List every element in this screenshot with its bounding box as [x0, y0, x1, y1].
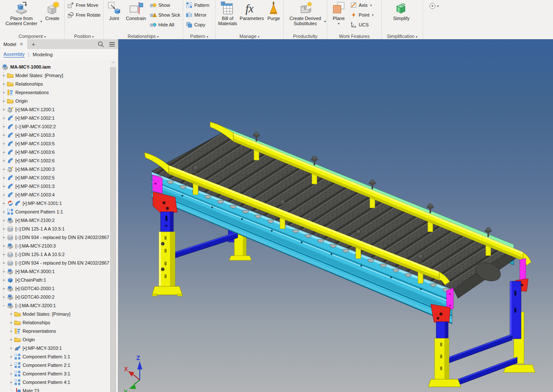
tree-row[interactable]: +[○]:MP-MCY-1002:2	[0, 122, 111, 131]
expand-icon[interactable]: +	[1, 133, 7, 138]
scrollbar-thumb[interactable]	[110, 67, 116, 392]
tree-row[interactable]: +[•]:MP-MCY-1003:4	[0, 190, 111, 199]
tree-item-label[interactable]: [•]:MA-MCY-1200:3	[15, 167, 55, 172]
group-label-manage[interactable]: Manage▾	[216, 34, 283, 39]
tab-model[interactable]: Model ✕	[0, 39, 27, 49]
tree-item-label[interactable]: Component Pattern 4:1	[23, 380, 70, 385]
tree-row[interactable]: +[•]:MP-MCY-3203:1	[0, 344, 118, 352]
expand-icon[interactable]: +	[1, 81, 7, 86]
tree-scrollbar[interactable]: ⌃	[110, 60, 116, 392]
expand-icon[interactable]: +	[1, 115, 7, 121]
tree-item-label[interactable]: Representations	[15, 90, 49, 95]
tree-row[interactable]: −[○]:MA-MCY-3200:1	[0, 301, 111, 310]
expand-icon[interactable]: +	[1, 98, 7, 104]
expand-icon[interactable]: +	[1, 175, 7, 180]
tree-row[interactable]: +[•]:MP-MCY-1002:1	[0, 114, 111, 122]
tree-row[interactable]: MA-MCY-1000.iam	[0, 63, 112, 71]
simplify-button[interactable]: Simplify	[389, 1, 413, 21]
group-label-simplification[interactable]: Simplification▾	[382, 34, 423, 39]
tab-assembly[interactable]: Assembly	[3, 52, 25, 58]
parameters-button[interactable]: fx Parameters	[240, 1, 264, 21]
tree-row[interactable]: +Representations	[0, 88, 111, 97]
tree-item-label[interactable]: Component Pattern 2:1	[23, 363, 70, 368]
viewport-3d[interactable]: Z X Y	[118, 39, 553, 392]
tree-row[interactable]: +[○]:MA-MCY-2100:3	[0, 242, 111, 250]
tree-row[interactable]: +[•]:ChainPath:1	[0, 276, 111, 284]
tree-row[interactable]: +Origin	[0, 97, 111, 105]
rear-right-leg[interactable]	[504, 258, 535, 372]
tree-item-label[interactable]: [•]:MA-MCY-1200:1	[15, 107, 55, 112]
tree-item-label[interactable]: Model States: [Primary]	[23, 311, 70, 317]
expand-icon[interactable]: +	[1, 124, 7, 129]
tree-item-label[interactable]: [•]:GDTC40-2000:2	[15, 294, 55, 300]
create-derived-substitutes-button[interactable]: Create Derived Substitutes ▾	[286, 1, 324, 26]
tree-row[interactable]: +[•]:MP-MCY-1003:5	[0, 139, 111, 148]
expand-icon[interactable]: +	[1, 252, 7, 257]
tree-item-label[interactable]: [○]:DIN 934 - replaced by DIN EN 24032/2…	[15, 235, 109, 240]
expand-icon[interactable]: +	[1, 141, 7, 146]
tree-row[interactable]: +[•]:MP-MCY-1002:6	[0, 156, 111, 165]
tree-item-label[interactable]: [○]:MA-MCY-2100:3	[15, 243, 56, 248]
tree-item-label[interactable]: [•]:MP-MCY-3203:1	[23, 346, 62, 351]
tree-item-label[interactable]: [•]:MP-MCY-1002:1	[15, 115, 55, 121]
tree-item-label[interactable]: Component Pattern 1:1	[15, 209, 63, 214]
expand-icon[interactable]: +	[1, 286, 7, 291]
tree-row[interactable]: +Representations	[0, 327, 118, 335]
tree-item-label[interactable]: [○]:MA-MCY-3200:1	[15, 303, 56, 308]
tree-row[interactable]: +Component Pattern 2:1	[0, 361, 118, 369]
tree-row[interactable]: +[○]:DIN 934 - replaced by DIN EN 24032/…	[0, 259, 111, 267]
tree-item-label[interactable]: [○]:DIN 125-1 A A 10.5:2	[15, 252, 65, 257]
tree-item-label[interactable]: [•]:MA-MCY-3000:1	[15, 269, 55, 274]
free-rotate-button[interactable]: Free Rotate	[67, 12, 101, 18]
tree-row[interactable]: +Component Pattern 1:1	[0, 208, 111, 216]
tree-item-label[interactable]: [•]:MP-MCY-1003:6	[15, 150, 55, 155]
tree-item-label[interactable]: Representations	[23, 329, 56, 334]
tree-row[interactable]: +[•]:MP-MCY-1003:6	[0, 148, 111, 156]
tree-row[interactable]: +Component Pattern 1:1	[0, 352, 118, 361]
tree-item-label[interactable]: [•]:MP-MCY-1001:1	[23, 201, 62, 206]
tree-row[interactable]: +[•]:MA-MCY-1200:1	[0, 105, 111, 114]
group-label-component[interactable]: Component▾	[0, 34, 64, 39]
collapse-icon[interactable]: −	[1, 303, 7, 308]
group-label-position[interactable]: Position▾	[65, 34, 103, 39]
show-sick-button[interactable]: Show Sick	[150, 12, 180, 18]
tree-row[interactable]: +Model States: [Primary]	[0, 310, 118, 318]
tree-item-label[interactable]: [•]:MP-MCY-1003:3	[15, 133, 55, 138]
tree-row[interactable]: +[•]:MP-MCY-1001:3	[0, 182, 111, 190]
place-from-content-center-button[interactable]: Place from Content Center ▾	[3, 1, 40, 26]
expand-icon[interactable]: +	[1, 294, 7, 300]
pattern-button[interactable]: Pattern	[186, 2, 209, 9]
group-label-pattern[interactable]: Pattern▾	[183, 34, 215, 39]
chevron-down-icon[interactable]: ▾	[437, 4, 439, 8]
tree-item-label[interactable]: [○]:MP-MCY-1002:2	[15, 124, 56, 129]
group-label-relationships[interactable]: Relationships▾	[104, 34, 183, 39]
expand-icon[interactable]: +	[1, 209, 7, 214]
tree-item-label[interactable]: Component Pattern 3:1	[23, 371, 70, 376]
tree-item-label[interactable]: [•]:MP-MCY-1002:6	[15, 158, 55, 163]
expand-icon[interactable]: +	[1, 226, 7, 231]
copy-button[interactable]: Copy	[186, 21, 209, 28]
free-move-button[interactable]: Free Move	[67, 2, 101, 9]
expand-icon[interactable]: +	[1, 167, 7, 172]
expand-icon[interactable]: +	[1, 277, 7, 282]
ucs-button[interactable]: UCS	[350, 21, 374, 28]
purge-button[interactable]: Purge	[266, 1, 281, 21]
tree-row[interactable]: +Relationships	[0, 318, 118, 327]
tab-modeling[interactable]: Modeling	[33, 52, 53, 57]
tree-item-label[interactable]: Origin	[15, 98, 28, 104]
tree-item-label[interactable]: Relationships	[15, 81, 43, 86]
expand-icon[interactable]: +	[1, 243, 7, 248]
joint-button[interactable]: Joint	[106, 1, 122, 21]
expand-icon[interactable]: +	[1, 192, 7, 197]
expand-icon[interactable]: +	[1, 158, 7, 163]
constrain-button[interactable]: Constrain	[124, 1, 147, 21]
search-icon[interactable]	[98, 41, 104, 48]
show-button[interactable]: Show	[150, 2, 180, 9]
tree-item-label[interactable]: [•]:MP-MCY-1002:5	[15, 175, 55, 180]
left-end-plate[interactable]	[153, 175, 162, 193]
tree-item-label[interactable]: Component Pattern 1:1	[23, 354, 70, 359]
tree-row[interactable]: +[•]:MA-MCY-2100:2	[0, 216, 111, 225]
tree-row[interactable]: +[○]:DIN 125-1 A A 10.5:2	[0, 250, 111, 259]
tree-row[interactable]: +Relationships	[0, 80, 111, 88]
expand-icon[interactable]: +	[1, 184, 7, 189]
